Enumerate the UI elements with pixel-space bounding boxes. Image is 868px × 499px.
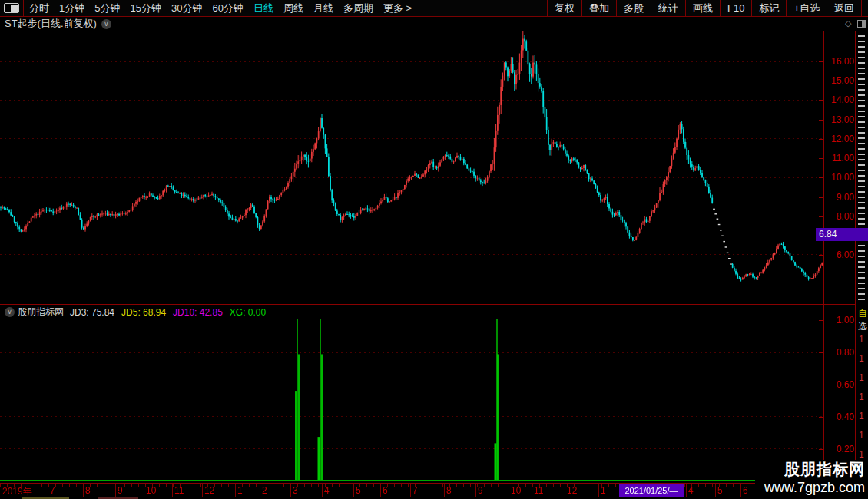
axis-label: 1.00 (825, 315, 854, 326)
axis-label: 15.00 (825, 75, 854, 86)
date-tick (172, 484, 173, 497)
menu-item-15分钟[interactable]: 15分钟 (130, 2, 161, 15)
date-tick (48, 484, 48, 497)
date-axis: 2019年 7891011121234567891011121456 2021/… (0, 484, 868, 497)
date-tick (410, 484, 411, 497)
date-tick-label: 6 (743, 485, 748, 496)
right-sidebar-clipped[interactable]: 自 选 1111111 (855, 31, 868, 497)
date-tick (444, 484, 445, 497)
axis-label: 9.00 (825, 192, 854, 203)
indicator-source-label: 股朋指标网 (18, 306, 64, 319)
price-tag: 6.84 (816, 228, 868, 241)
menu-item-月线[interactable]: 月线 (313, 2, 333, 15)
watermark-brand: 股朋指标网 (755, 460, 865, 479)
axis-label: 12.00 (825, 134, 854, 144)
date-highlight-marker: 2021/01/25/— (619, 484, 684, 497)
chart-titlebar: ST起步(日线.前复权) ∨ (0, 17, 853, 31)
axis-label: 0.60 (825, 379, 854, 390)
menu-item-多周期[interactable]: 多周期 (343, 2, 373, 15)
indicator-chart-canvas[interactable] (0, 318, 823, 481)
menu-item-更多 >[interactable]: 更多 > (383, 2, 412, 15)
candlestick-chart-canvas[interactable] (0, 31, 823, 304)
date-tick-label: 3 (293, 485, 298, 496)
chevron-down-icon[interactable]: ∨ (101, 19, 111, 29)
date-tick (235, 484, 236, 497)
date-tick-label: 12 (567, 485, 577, 496)
axis-label: 0.80 (825, 347, 854, 358)
sidebar-quote-digit: 1 (859, 372, 864, 383)
date-tick (290, 484, 291, 497)
indicator-baseline (0, 480, 823, 481)
date-tick (144, 484, 144, 497)
toolbar-button-多股[interactable]: 多股 (616, 0, 651, 16)
menu-item-周线[interactable]: 周线 (283, 2, 303, 15)
date-tick (686, 484, 687, 497)
panel-toggle-icon[interactable] (857, 20, 866, 28)
date-tick-label: 5 (717, 485, 723, 496)
menu-item-5分钟[interactable]: 5分钟 (94, 2, 120, 15)
indicator-value-JD5: JD5: 68.94 (121, 307, 166, 318)
sidebar-quote-digit: 1 (859, 392, 864, 402)
diamond-icon: ◇ (845, 18, 851, 28)
toolbar-button-统计[interactable]: 统计 (651, 0, 685, 16)
axis-label: 8.00 (825, 211, 854, 222)
date-tick-label: 7 (50, 485, 55, 496)
menu-item-30分钟[interactable]: 30分钟 (171, 2, 202, 15)
date-tick-label: 7 (412, 485, 418, 496)
toolbar-button-F10[interactable]: F10 (720, 0, 751, 16)
menu-item-1分钟[interactable]: 1分钟 (59, 2, 84, 15)
date-tick-label: 6 (383, 485, 388, 496)
sidebar-tab-char-top[interactable]: 自 (858, 307, 867, 320)
chart-title: ST起步(日线.前复权) (5, 17, 97, 31)
axis-label: 14.00 (825, 94, 854, 105)
date-tick-label: 2 (262, 485, 267, 496)
axis-label: 6.00 (825, 250, 854, 260)
date-tick-label: 4 (688, 485, 694, 496)
axis-label: 11.00 (825, 153, 854, 164)
date-tick-label: 10 (511, 485, 521, 496)
sidebar-toggle-icon[interactable] (4, 3, 19, 13)
axis-label: 10.00 (825, 172, 854, 183)
date-tick (322, 484, 323, 497)
date-tick (115, 484, 116, 497)
toolbar-button-标记[interactable]: 标记 (751, 0, 786, 16)
menu-item-日线[interactable]: 日线 (253, 2, 273, 15)
sidebar-quote-digit: 1 (859, 430, 864, 441)
date-tick (83, 484, 84, 497)
axis-label: 0.40 (825, 411, 854, 422)
toolbar-button-叠加[interactable]: 叠加 (581, 0, 616, 16)
sidebar-tab-char-bottom[interactable]: 选 (858, 320, 867, 333)
date-tick-label: 4 (324, 485, 330, 496)
indicator-value-XG: XG: 0.00 (230, 307, 266, 318)
toolbar-button-返回[interactable]: 返回 (827, 0, 862, 16)
watermark-url: www.7gpzb.com (755, 479, 865, 496)
indicator-collapse-icon[interactable]: ∨ (5, 307, 15, 317)
menu-item-60分钟[interactable]: 60分钟 (212, 2, 243, 15)
indicator-values: JD3: 75.84JD5: 68.94JD10: 42.85XG: 0.00 (70, 305, 273, 319)
date-tick (353, 484, 354, 497)
date-tick-label: 11 (534, 485, 543, 496)
date-tick (715, 484, 716, 497)
date-tick-label: 8 (85, 485, 91, 496)
menu-item-分时[interactable]: 分时 (29, 2, 49, 15)
indicator-value-JD10: JD10: 42.85 (173, 307, 223, 318)
toolbar-button-复权[interactable]: 复权 (547, 0, 581, 16)
date-tick (202, 484, 203, 497)
date-tick (475, 484, 476, 497)
date-tick (509, 484, 509, 497)
sidebar-quote-digit: 1 (859, 353, 864, 364)
date-year-label: 2019年 (2, 485, 32, 498)
period-menu: 分时1分钟5分钟15分钟30分钟60分钟日线周线月线多周期更多 > (29, 0, 422, 16)
menu-divider (23, 0, 24, 16)
trading-app-window: 分时1分钟5分钟15分钟30分钟60分钟日线周线月线多周期更多 > 复权叠加多股… (0, 0, 868, 499)
indicator-header: ∨ 股朋指标网 JD3: 75.84JD5: 68.94JD10: 42.85X… (0, 306, 273, 318)
sidebar-quote-digit: 1 (859, 411, 864, 421)
date-tick-label: 12 (204, 485, 214, 496)
date-tick-label: 9 (118, 485, 123, 496)
sidebar-text-fragments (858, 35, 865, 300)
tools-menu: 复权叠加多股统计画线F10标记+自选返回 (547, 0, 862, 16)
period-menubar: 分时1分钟5分钟15分钟30分钟60分钟日线周线月线多周期更多 > 复权叠加多股… (0, 0, 868, 17)
toolbar-button-画线[interactable]: 画线 (685, 0, 720, 16)
toolbar-button-+自选[interactable]: +自选 (786, 0, 827, 16)
date-tick-label: 1 (237, 485, 243, 496)
